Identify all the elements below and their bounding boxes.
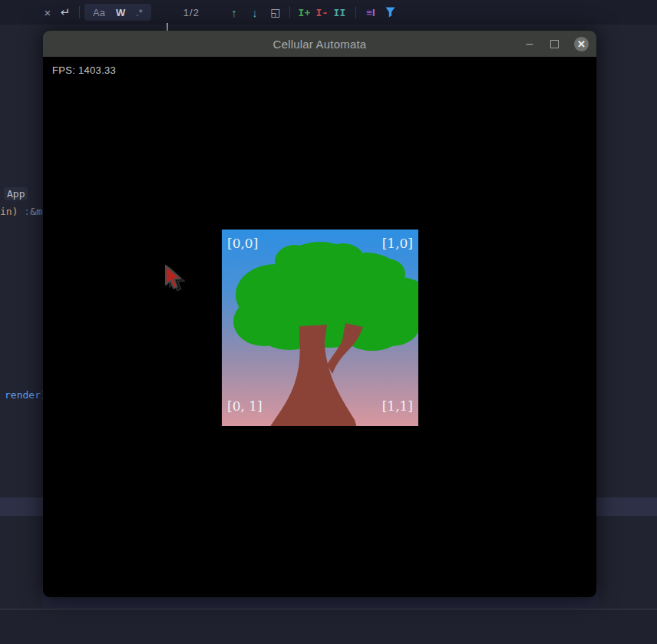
code-token: in) xyxy=(0,206,18,217)
match-case-toggle[interactable]: Aa xyxy=(87,0,111,25)
remove-cursor-icon[interactable]: I- xyxy=(313,0,331,25)
uv-label-top-left: [0,0] xyxy=(227,236,258,251)
code-fragment-app[interactable]: App xyxy=(4,187,28,200)
cellular-automata-window[interactable]: Cellular Automata – ✕ FPS: 1403.33 xyxy=(43,31,596,597)
fps-counter: FPS: 1403.33 xyxy=(52,64,116,76)
editor-bottom-panel xyxy=(0,609,657,644)
enter-icon[interactable]: ↵ xyxy=(58,0,72,25)
panel-divider xyxy=(0,609,657,609)
minimize-button[interactable]: – xyxy=(524,37,535,51)
match-count: 1/2 xyxy=(183,0,200,25)
search-in-selection-icon[interactable]: ◱ xyxy=(269,0,282,25)
toolbar-divider xyxy=(79,6,80,18)
prev-match-icon[interactable]: ↑ xyxy=(227,0,241,25)
search-close-icon[interactable]: × xyxy=(41,0,54,25)
regex-toggle[interactable]: .* xyxy=(130,0,148,25)
search-options-group: Aa W .* xyxy=(84,4,151,21)
code-fragment-line[interactable]: in) :&mu xyxy=(0,206,48,217)
tree-texture-quad: [0,0] [1,0] [0, 1] [1,1] xyxy=(222,230,418,426)
window-controls: – ✕ xyxy=(524,31,589,57)
multi-cursor-icon[interactable]: II xyxy=(331,0,348,25)
next-match-icon[interactable]: ↓ xyxy=(248,0,262,25)
toolbar-divider xyxy=(355,6,356,18)
add-cursor-icon[interactable]: I+ xyxy=(295,0,313,25)
code-token: render xyxy=(5,389,41,401)
window-title-bar[interactable]: Cellular Automata – ✕ xyxy=(43,31,596,57)
search-toolbar: × ↵ Aa W .* 1/2 ↑ ↓ ◱ I+ I- II ≡I xyxy=(0,0,657,25)
close-button[interactable]: ✕ xyxy=(574,37,589,51)
selection-lines-icon[interactable]: ≡I xyxy=(362,0,380,25)
toolbar-divider xyxy=(289,6,290,18)
uv-label-bottom-left: [0, 1] xyxy=(227,398,262,414)
uv-label-top-right: [1,0] xyxy=(382,236,413,251)
maximize-button[interactable] xyxy=(550,40,559,48)
window-title: Cellular Automata xyxy=(273,38,367,51)
whole-word-toggle[interactable]: W xyxy=(111,0,130,25)
render-canvas[interactable]: FPS: 1403.33 xyxy=(43,57,596,597)
uv-label-bottom-right: [1,1] xyxy=(382,398,413,414)
code-fragment-line[interactable]: render) xyxy=(5,389,47,401)
mouse-cursor-icon xyxy=(163,265,185,292)
filter-icon[interactable] xyxy=(385,0,397,25)
tree-illustration xyxy=(222,230,418,426)
code-token: : xyxy=(18,206,30,217)
